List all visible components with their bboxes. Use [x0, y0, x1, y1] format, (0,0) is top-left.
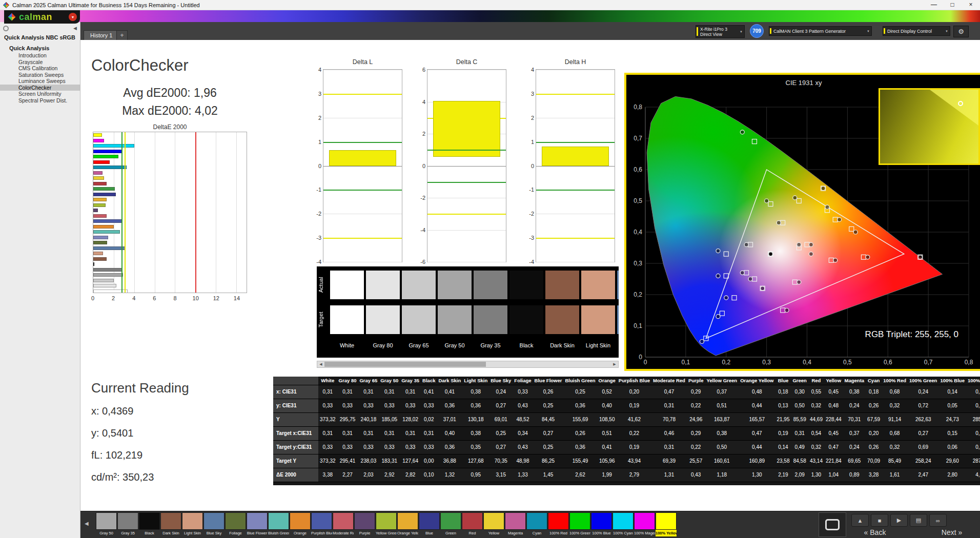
table-row: Target y:CIE310,330,330,330,330,330,330,… — [273, 440, 980, 454]
pattern-button-100-green[interactable]: 100% Green — [569, 512, 590, 536]
deltae-bar-foliage — [93, 241, 107, 244]
table-cell: 0,31 — [358, 385, 379, 399]
sidebar-item-grayscale[interactable]: Grayscale — [0, 59, 80, 66]
pattern-button-100-red[interactable]: 100% Red — [548, 512, 569, 536]
display-control-dropdown[interactable]: Direct Display Control ▼ — [883, 26, 950, 36]
axis-tick-label: 6 — [414, 67, 425, 73]
axis-tick-label: -2 — [523, 211, 534, 217]
pattern-bar: ◀ Gray 50Gray 35BlackDark SkinLight Skin… — [80, 511, 980, 538]
tab-label: History 1 — [90, 32, 112, 38]
eject-button[interactable]: ▲ — [851, 514, 869, 527]
pattern-button-gray-50[interactable]: Gray 50 — [96, 512, 117, 536]
save-button[interactable]: ▤ — [910, 514, 927, 527]
sidebar-item-luminance-sweeps[interactable]: Luminance Sweeps — [0, 78, 80, 85]
pattern-button-light-skin[interactable]: Light Skin — [182, 512, 203, 536]
maximize-button[interactable]: □ — [943, 0, 962, 10]
reference-line-red — [195, 132, 196, 293]
table-cell: 0,35 — [462, 440, 489, 454]
grid-line — [323, 118, 402, 118]
pattern-button-100-yellow[interactable]: 100% Yellow — [656, 512, 677, 536]
stop-button[interactable]: ■ — [871, 514, 888, 527]
cie-measured-point — [821, 187, 825, 191]
pattern-button-cyan[interactable]: Cyan — [526, 512, 547, 536]
swatch-columns: WhiteGray 80Gray 65Gray 50Gray 35BlackDa… — [329, 266, 619, 358]
pattern-button-orange-yellow[interactable]: Orange Yellow — [397, 512, 418, 536]
pattern-button-gray-35[interactable]: Gray 35 — [117, 512, 138, 536]
swatch-column-gray-35: Gray 35 — [473, 266, 508, 358]
deltae-chart — [93, 132, 247, 293]
pattern-button-blue[interactable]: Blue — [419, 512, 440, 536]
pattern-scroll-left-icon[interactable]: ◀ — [85, 521, 89, 526]
pattern-button-dark-skin[interactable]: Dark Skin — [160, 512, 181, 536]
settings-button[interactable]: ⚙ — [953, 26, 969, 37]
pattern-window-button[interactable] — [819, 512, 846, 537]
delta-c-chart: 6420-2-4-6 — [427, 69, 506, 262]
pattern-button-red[interactable]: Red — [462, 512, 483, 536]
table-cell: 1,61 — [882, 468, 908, 482]
pattern-button-orange[interactable]: Orange — [290, 512, 311, 536]
axis-tick-label: 6 — [153, 295, 156, 301]
add-tab-button[interactable]: + — [116, 30, 128, 40]
minimize-button[interactable]: — — [925, 0, 943, 10]
meter-dropdown[interactable]: X-Rite i1Pro 3 Direct View ▼ — [696, 25, 745, 38]
pattern-label: Orange Yellow — [397, 530, 418, 536]
delta-h-title: Delta H — [536, 58, 615, 66]
pattern-button-green[interactable]: Green — [440, 512, 461, 536]
pattern-button-bluish-green[interactable]: Bluish Green — [268, 512, 289, 536]
sidebar-item-quick-analysis[interactable]: Quick Analysis — [0, 45, 80, 52]
table-cell: 0,72 — [908, 399, 938, 412]
tab-bar: History 1 + X-Rite i1Pro 3 Direct View ▼… — [80, 22, 980, 40]
table-cell: 43,14 — [808, 454, 824, 468]
pattern-swatch — [634, 512, 655, 530]
table-cell: 127,68 — [462, 454, 489, 468]
rec709-badge[interactable]: 709 — [750, 24, 764, 38]
pattern-button-yellow[interactable]: Yellow — [483, 512, 504, 536]
close-button[interactable]: × — [962, 0, 980, 10]
table-cell: 0,52 — [597, 385, 617, 399]
back-button[interactable]: « Back — [849, 528, 901, 536]
record-icon[interactable] — [3, 26, 9, 31]
pattern-generator-dropdown[interactable]: CalMAN Client 3 Pattern Generator ▼ — [769, 26, 872, 36]
scrollbar-thumb[interactable] — [324, 362, 486, 367]
scroll-right-icon[interactable]: ▶ — [611, 361, 618, 367]
pattern-button-magenta[interactable]: Magenta — [505, 512, 526, 536]
pattern-button-100-cyan[interactable]: 100% Cyan — [612, 512, 634, 536]
svg-text:0: 0 — [639, 354, 642, 361]
logo-menu-button[interactable]: ▼ — [69, 13, 77, 21]
scroll-left-icon[interactable]: ◀ — [317, 361, 324, 367]
sidebar-item-spectral-power-dist[interactable]: Spectral Power Dist. — [0, 97, 80, 104]
pattern-button-blue-flower[interactable]: Blue Flower — [247, 512, 268, 536]
sidebar-item-introduction[interactable]: Introduction — [0, 52, 80, 59]
swatch-strip-scrollbar[interactable]: ◀ ▶ — [317, 361, 619, 368]
pattern-button-purplish-blue[interactable]: Purplish Blue — [311, 512, 332, 536]
axis-tick-label: 1 — [523, 139, 534, 145]
table-col-header: Red — [808, 377, 824, 385]
pattern-swatch — [290, 512, 311, 530]
next-button[interactable]: Next » — [924, 528, 980, 536]
play-button[interactable]: ▶ — [890, 514, 908, 527]
table-cell: 228,44 — [824, 412, 843, 426]
table-cell: 1,45 — [533, 468, 564, 482]
sidebar-item-cms-calibration[interactable]: CMS Calibration — [0, 65, 80, 72]
pattern-button-black[interactable]: Black — [139, 512, 160, 536]
sidebar-item-screen-uniformity[interactable]: Screen Uniformity — [0, 91, 80, 97]
sidebar-collapse-button[interactable]: ◀ — [73, 26, 77, 31]
pattern-button-moderate-red[interactable]: Moderate Red — [333, 512, 354, 536]
pattern-button-100-blue[interactable]: 100% Blue — [591, 512, 612, 536]
pattern-label: Foliage — [225, 530, 246, 536]
pattern-button-yellow-green[interactable]: Yellow Green — [376, 512, 397, 536]
pattern-button-blue-sky[interactable]: Blue Sky — [203, 512, 224, 536]
pattern-button-purple[interactable]: Purple — [354, 512, 375, 536]
table-cell: 21,95 — [775, 412, 791, 426]
grid-line — [175, 132, 175, 293]
deltae-bar-yellow — [93, 176, 104, 180]
tab-history-1[interactable]: History 1 — [84, 30, 119, 40]
pattern-button-100-magenta[interactable]: 100% Magenta — [634, 512, 655, 536]
deltae-bar-purple — [93, 209, 98, 212]
sidebar-item-saturation-sweeps[interactable]: Saturation Sweeps — [0, 72, 80, 78]
pattern-button-foliage[interactable]: Foliage — [225, 512, 246, 536]
table-cell: 0,33 — [358, 440, 379, 454]
table-cell: 0,95 — [462, 468, 489, 482]
loop-button[interactable]: ∞ — [929, 514, 947, 527]
sidebar-item-colorchecker[interactable]: ColorChecker — [0, 85, 80, 91]
